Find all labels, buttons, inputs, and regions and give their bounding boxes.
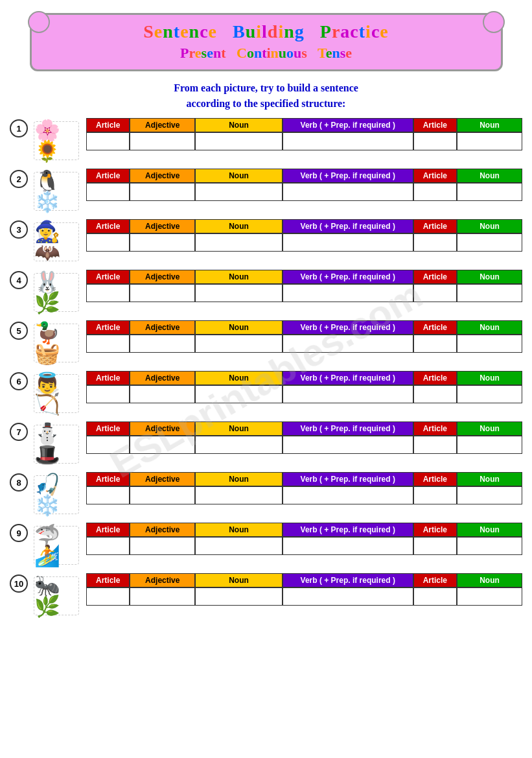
header-cell-noun2: Noun [457,169,522,183]
answer-cell[interactable] [86,233,130,252]
answer-cell[interactable] [130,284,195,302]
exercise-row: 2🐧❄️ArticleAdjectiveNounVerb ( + Prep. i… [10,169,522,214]
answer-cell[interactable] [283,385,413,403]
answer-cell[interactable] [195,183,283,201]
answer-cell[interactable] [413,183,457,201]
answer-cell[interactable] [457,587,522,606]
answer-cell[interactable] [86,587,130,606]
header-cell-verb: Verb ( + Prep. if required ) [283,472,413,486]
picture-area: 🐧❄️ [30,169,82,214]
answer-cell[interactable] [413,486,457,504]
exercise-row: 5🦆🧺ArticleAdjectiveNounVerb ( + Prep. if… [10,320,522,366]
answer-cell[interactable] [86,537,130,555]
answer-cell[interactable] [195,385,283,403]
picture-area: ⛄🎩 [30,421,82,467]
sentence-table: ArticleAdjectiveNounVerb ( + Prep. if re… [86,371,522,403]
answer-cell[interactable] [413,436,457,454]
exercise-row: 1🌸🌻ArticleAdjectiveNounVerb ( + Prep. if… [10,118,522,163]
answer-cell[interactable] [283,183,413,201]
answer-cell[interactable] [130,385,195,403]
answer-cell[interactable] [130,486,195,504]
answer-cell[interactable] [195,335,283,353]
header-cell-article2: Article [413,118,457,132]
sentence-table: ArticleAdjectiveNounVerb ( + Prep. if re… [86,523,522,555]
answer-cell[interactable] [457,132,522,150]
answer-cell[interactable] [283,486,413,504]
answer-cell[interactable] [86,335,130,353]
header-cell-noun2: Noun [457,118,522,132]
answer-cell[interactable] [195,233,283,252]
answer-cell[interactable] [457,284,522,302]
answer-cell[interactable] [413,537,457,555]
answer-cell[interactable] [86,385,130,403]
answer-cell[interactable] [130,537,195,555]
sentence-table: ArticleAdjectiveNounVerb ( + Prep. if re… [86,320,522,353]
answer-cell[interactable] [195,486,283,504]
picture-area: 👼🏹 [30,371,82,416]
answer-cell[interactable] [195,284,283,302]
answer-cell[interactable] [413,587,457,606]
answer-cell[interactable] [86,183,130,201]
picture-placeholder: 🦈🏄 [34,526,79,565]
header-cell-noun: Noun [195,573,283,587]
answer-cell[interactable] [457,486,522,504]
answer-cell[interactable] [130,335,195,353]
answer-cell[interactable] [283,284,413,302]
header-cell-adjective: Adjective [130,118,195,132]
answer-cell[interactable] [195,537,283,555]
answer-cell[interactable] [413,385,457,403]
picture-placeholder: 🦆🧺 [34,324,79,362]
number-circle: 5 [10,322,28,340]
picture-area: 🐰🌿 [30,270,82,315]
answer-cell[interactable] [457,183,522,201]
answer-cell[interactable] [195,587,283,606]
answer-cell[interactable] [457,385,522,403]
answer-cell[interactable] [413,132,457,150]
answer-cell[interactable] [457,436,522,454]
banner-subtitle: Present Continuous Tense [45,45,488,62]
answer-cell[interactable] [130,233,195,252]
answer-cell[interactable] [413,335,457,353]
answer-cell[interactable] [413,233,457,252]
answer-cell[interactable] [195,436,283,454]
answer-cell[interactable] [283,587,413,606]
answer-cell[interactable] [283,537,413,555]
header-cell-noun2: Noun [457,573,522,587]
exercises-container: 1🌸🌻ArticleAdjectiveNounVerb ( + Prep. if… [10,118,522,619]
header-cell-adjective: Adjective [130,472,195,486]
answer-cell[interactable] [457,335,522,353]
header-cell-article: Article [86,270,130,284]
answer-row [86,233,522,252]
answer-cell[interactable] [457,233,522,252]
answer-cell[interactable] [195,132,283,150]
header-cell-noun2: Noun [457,421,522,436]
answer-cell[interactable] [130,587,195,606]
answer-cell[interactable] [130,132,195,150]
header-cell-verb: Verb ( + Prep. if required ) [283,523,413,537]
header-cell-adjective: Adjective [130,523,195,537]
header-cell-adjective: Adjective [130,320,195,335]
header-cell-noun: Noun [195,421,283,436]
answer-cell[interactable] [86,436,130,454]
answer-cell[interactable] [130,183,195,201]
answer-cell[interactable] [130,436,195,454]
answer-cell[interactable] [283,233,413,252]
sentence-table: ArticleAdjectiveNounVerb ( + Prep. if re… [86,169,522,201]
picture-area: 🧙‍♀️🦇 [30,219,82,265]
answer-cell[interactable] [413,284,457,302]
number-circle: 9 [10,524,28,542]
answer-cell[interactable] [86,284,130,302]
answer-cell[interactable] [283,132,413,150]
number-circle: 6 [10,372,28,390]
answer-cell[interactable] [86,486,130,504]
header-cell-noun: Noun [195,472,283,486]
answer-cell[interactable] [283,436,413,454]
number-circle: 10 [10,574,28,593]
picture-placeholder: 🐜🌿 [34,576,79,615]
answer-cell[interactable] [283,335,413,353]
answer-cell[interactable] [457,537,522,555]
answer-cell[interactable] [86,132,130,150]
banner: Sentence Building Practice Present Conti… [30,13,503,71]
header-row: ArticleAdjectiveNounVerb ( + Prep. if re… [86,118,522,132]
header-cell-noun: Noun [195,320,283,335]
